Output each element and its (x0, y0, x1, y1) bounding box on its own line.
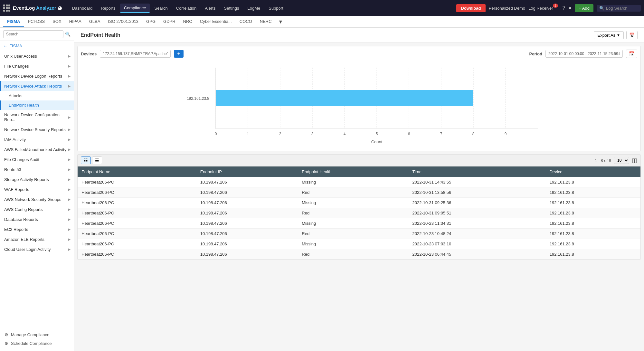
sidebar-subitem-attacks[interactable]: Attacks (0, 91, 74, 100)
cell-time: 2022-10-31 13:58:56 (408, 187, 545, 198)
table-view-toggle: ☷ ☰ (81, 157, 102, 164)
cell-device: 192.161.23.8 (546, 187, 640, 198)
nav-search[interactable]: Search (150, 4, 171, 13)
cell-endpoint-ip: 10.198.47.206 (196, 198, 298, 208)
sidebar-item-network-security[interactable]: Network Device Security Reports ▶ (0, 125, 74, 135)
tab-pcidss[interactable]: PCI-DSS (24, 16, 49, 27)
tab-nrc[interactable]: NRC (179, 16, 196, 27)
export-button[interactable]: Export As ▼ (594, 31, 624, 39)
cell-device: 192.161.23.8 (546, 198, 640, 208)
sidebar-item-route53[interactable]: Route 53 ▶ (0, 165, 74, 175)
sidebar-item-file-changes[interactable]: File Changes ▶ (0, 61, 74, 71)
download-button[interactable]: Download (456, 4, 485, 12)
table-list-view-button[interactable]: ☰ (92, 157, 102, 164)
tab-gdpr[interactable]: GDPR (159, 16, 179, 27)
tab-sox[interactable]: SOX (49, 16, 65, 27)
sidebar-subitem-endpoint-health[interactable]: EndPoint Health (0, 100, 74, 110)
grid-icon (3, 5, 10, 12)
personalized-demo-link[interactable]: Personalized Demo (489, 6, 525, 11)
tab-gpg[interactable]: GPG (142, 16, 159, 27)
tab-nerc[interactable]: NERC (256, 16, 276, 27)
cell-endpoint-health: Red (298, 208, 408, 218)
col-time: Time (408, 166, 545, 177)
gear-icon: ⚙ (5, 341, 8, 346)
devices-input[interactable] (100, 50, 171, 58)
sidebar-item-label: Network Device Security Reports (4, 127, 66, 132)
calendar-icon-button[interactable]: 📅 (626, 31, 638, 39)
tab-hipaa[interactable]: HIPAA (65, 16, 85, 27)
sidebar-item-storage-activity[interactable]: Storage Activity Reports ▶ (0, 175, 74, 185)
cell-endpoint-ip: 10.198.47.206 (196, 229, 298, 239)
tab-coco[interactable]: COCO (236, 16, 256, 27)
help-icon[interactable]: ? (563, 5, 565, 11)
period-input[interactable] (545, 50, 623, 58)
user-icon[interactable]: ● (569, 5, 572, 11)
sidebar-item-cloud-user-login[interactable]: Cloud User Login Activity ▶ (0, 244, 74, 254)
nav-support[interactable]: Support (265, 4, 287, 13)
add-button[interactable]: + Add (575, 4, 593, 12)
nav-dashboard[interactable]: Dashboard (68, 4, 97, 13)
cell-endpoint-health: Red (298, 187, 408, 198)
sidebar: 🔍 ← FISMA Unix User Access ▶ File Change… (0, 28, 74, 351)
cell-endpoint-ip: 10.198.47.206 (196, 249, 298, 260)
sidebar-back-button[interactable]: ← FISMA (0, 41, 74, 51)
sidebar-item-aws-nsg[interactable]: AWS Network Security Groups ▶ (0, 194, 74, 204)
sidebar-item-file-changes-audit[interactable]: File Changes Audit ▶ (0, 155, 74, 165)
svg-text:0: 0 (215, 132, 217, 136)
table-grid-view-button[interactable]: ☷ (81, 157, 91, 164)
rows-per-page-select[interactable]: 10 25 50 (614, 157, 629, 164)
tab-fisma[interactable]: FISMA (3, 16, 24, 27)
header-actions: Export As ▼ 📅 (594, 31, 638, 39)
cell-device: 192.161.23.8 (546, 229, 640, 239)
sidebar-item-waf[interactable]: WAF Reports ▶ (0, 185, 74, 194)
cell-endpoint-ip: 10.198.47.206 (196, 218, 298, 229)
log-receiver-link[interactable]: Log Receiver 2 (528, 5, 559, 11)
sidebar-item-database[interactable]: Database Reports ▶ (0, 214, 74, 224)
sidebar-search-input[interactable] (3, 30, 63, 38)
chevron-right-icon: ▶ (68, 177, 71, 182)
sidebar-item-network-config[interactable]: Network Device Configuration Rep... ▶ (0, 110, 74, 125)
devices-add-button[interactable]: + (174, 50, 183, 58)
sidebar-item-aws-failed[interactable]: AWS Failed/Unauthorized Activity ▶ (0, 145, 74, 155)
search-input-top[interactable] (606, 6, 638, 11)
sidebar-item-iam[interactable]: IAM Activity ▶ (0, 135, 74, 145)
sidebar-back-label: FISMA (9, 43, 22, 48)
svg-rect-23 (216, 90, 473, 106)
chevron-right-icon: ▶ (68, 64, 71, 68)
tab-glba[interactable]: GLBA (85, 16, 104, 27)
nav-logme[interactable]: LogMe (243, 4, 264, 13)
cell-endpoint-name: Heartbeat206-PC (78, 218, 196, 229)
table-section: ☷ ☰ 1 - 8 of 8 10 25 50 ◫ Endpoint Nam (77, 154, 641, 260)
sidebar-footer: ⚙ Manage Compliance ⚙ Schedule Complianc… (0, 327, 74, 351)
chevron-right-icon: ▶ (68, 157, 71, 162)
svg-text:3: 3 (311, 132, 314, 136)
sidebar-search-icon[interactable]: 🔍 (65, 32, 71, 37)
cell-endpoint-name: Heartbeat206-PC (78, 249, 196, 260)
svg-text:8: 8 (472, 132, 475, 136)
period-calendar-button[interactable]: 📅 (626, 50, 637, 58)
manage-compliance-link[interactable]: ⚙ Manage Compliance (3, 330, 71, 339)
export-label: Export As (597, 33, 615, 38)
nav-compliance[interactable]: Compliance (120, 4, 150, 13)
manage-compliance-label: Manage Compliance (11, 332, 49, 337)
sidebar-item-network-attack[interactable]: Network Device Attack Reports ▶ (0, 81, 74, 91)
svg-text:Count: Count (371, 139, 383, 144)
schedule-compliance-link[interactable]: ⚙ Schedule Compliance (3, 339, 71, 348)
cell-time: 2022-10-23 06:44:45 (408, 249, 545, 260)
nav-alerts[interactable]: Alerts (201, 4, 219, 13)
tab-cyber[interactable]: Cyber Essentia... (196, 16, 236, 27)
sidebar-item-ec2[interactable]: EC2 Reports ▶ (0, 224, 74, 234)
sidebar-item-network-logon[interactable]: Network Device Logon Reports ▶ (0, 71, 74, 81)
sidebar-item-label: AWS Config Reports (4, 207, 43, 212)
sidebar-item-amazon-elb[interactable]: Amazon ELB Reports ▶ (0, 234, 74, 244)
nav-menu: Dashboard Reports Compliance Search Corr… (68, 4, 457, 13)
nav-correlation[interactable]: Correlation (172, 4, 201, 13)
tab-iso[interactable]: ISO 27001:2013 (104, 16, 142, 27)
svg-text:192.161.23.8: 192.161.23.8 (187, 96, 209, 101)
column-settings-button[interactable]: ◫ (632, 157, 637, 164)
more-tabs-button[interactable]: ▼ (276, 18, 286, 26)
sidebar-item-unix-user-access[interactable]: Unix User Access ▶ (0, 51, 74, 61)
nav-reports[interactable]: Reports (97, 4, 119, 13)
sidebar-item-aws-config[interactable]: AWS Config Reports ▶ (0, 204, 74, 214)
nav-settings[interactable]: Settings (220, 4, 243, 13)
